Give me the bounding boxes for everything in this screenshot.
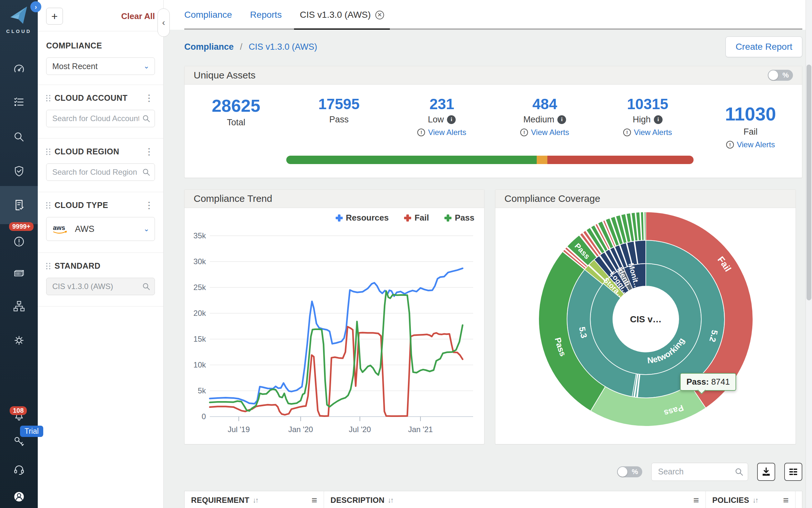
sidebar-item-dashboard[interactable] xyxy=(0,54,38,85)
sunburst-segment[interactable] xyxy=(644,212,646,240)
sidebar-item-inventory[interactable] xyxy=(0,87,38,118)
cloud-account-search-input[interactable] xyxy=(46,110,155,127)
sunburst-tooltip: Pass: 8741 xyxy=(680,373,736,391)
sidebar-item-profile[interactable] xyxy=(0,481,38,508)
trend-legend: ResourcesFailPass xyxy=(185,208,484,223)
stat-total: 28625Total xyxy=(185,96,288,149)
trend-title: Compliance Trend xyxy=(194,193,272,204)
view-alerts-text: View Alerts xyxy=(634,128,672,137)
stat-fail: 11030Fail!View Alerts xyxy=(699,103,802,149)
clear-all-filters-link[interactable]: Clear All xyxy=(121,11,155,21)
network-icon xyxy=(13,300,25,312)
download-icon xyxy=(761,467,771,477)
info-icon[interactable]: i xyxy=(654,115,663,124)
tab-compliance[interactable]: Compliance xyxy=(184,0,232,30)
search-icon xyxy=(734,467,744,476)
tab-cis-v1-3-0-aws-[interactable]: CIS v1.3.0 (AWS)✕ xyxy=(300,0,384,30)
app-window: › CLOUD xyxy=(0,0,812,508)
sort-icon[interactable]: ↓↑ xyxy=(253,496,258,504)
sidebar-item-support[interactable] xyxy=(0,454,38,485)
stat-label: Total xyxy=(185,118,288,128)
column-header-label[interactable]: POLICIES xyxy=(712,496,749,505)
column-menu-icon[interactable]: ≡ xyxy=(693,495,699,506)
add-filter-button[interactable]: + xyxy=(46,8,63,25)
svg-text:10k: 10k xyxy=(193,361,206,369)
view-alerts-link[interactable]: !View Alerts xyxy=(493,128,596,137)
toggle-percent-label: % xyxy=(632,468,638,476)
cloud-type-select[interactable]: aws AWS ⌄ xyxy=(46,217,155,241)
active-tab-underline xyxy=(294,29,390,30)
table-percent-toggle[interactable]: % xyxy=(617,466,642,477)
close-tab-icon[interactable]: ✕ xyxy=(375,11,384,19)
nav-rail: › CLOUD xyxy=(0,0,38,508)
scrollbar-thumb[interactable] xyxy=(807,65,811,300)
cloud-region-search-input[interactable] xyxy=(46,163,155,181)
table-search-input[interactable] xyxy=(651,463,748,481)
toggle-knob xyxy=(768,71,778,80)
cloud-type-section-label: CLOUD TYPE xyxy=(54,201,139,210)
drag-handle-icon[interactable] xyxy=(46,202,51,209)
percent-toggle[interactable]: % xyxy=(768,70,793,81)
cloud-region-menu-icon[interactable]: ⋮ xyxy=(143,149,155,155)
drag-handle-icon[interactable] xyxy=(46,95,51,101)
stat-label-text: Low xyxy=(428,115,444,125)
sort-select[interactable]: Most Recent ⌄ xyxy=(46,57,155,75)
tab-reports[interactable]: Reports xyxy=(250,0,282,30)
download-button[interactable] xyxy=(757,463,775,481)
info-icon[interactable]: i xyxy=(557,115,566,124)
cloud-type-menu-icon[interactable]: ⋮ xyxy=(143,202,155,209)
column-menu-icon[interactable]: ≡ xyxy=(312,495,317,506)
sidebar-item-settings[interactable] xyxy=(0,325,38,356)
view-alerts-link[interactable]: !View Alerts xyxy=(390,128,493,137)
svg-text:5k: 5k xyxy=(198,386,206,395)
sort-icon[interactable]: ↓↑ xyxy=(752,496,758,504)
page-scrollbar[interactable] xyxy=(806,0,812,508)
column-settings-button[interactable] xyxy=(784,463,802,481)
cloud-account-search xyxy=(46,110,155,127)
legend-item-resources[interactable]: Resources xyxy=(336,213,389,223)
compliance-coverage-card: Compliance Coverage NetworkingStora…Logg… xyxy=(495,189,796,444)
sort-icon[interactable]: ↓↑ xyxy=(388,496,393,504)
shield-check-icon xyxy=(13,165,25,177)
standard-search-input[interactable] xyxy=(46,278,155,295)
svg-text:25k: 25k xyxy=(193,283,206,292)
requirements-table: REQUIREMENT↓↑≡DESCRIPTION↓↑≡POLICIES↓↑≡ … xyxy=(184,491,802,508)
coverage-sunburst-chart[interactable]: NetworkingStora…Loggi…Identi…Monit…5.25.… xyxy=(495,208,796,444)
trial-badge: Trial xyxy=(20,426,43,437)
sidebar-item-policies[interactable] xyxy=(0,156,38,187)
bar-segment-2 xyxy=(547,156,694,164)
cloud-account-menu-icon[interactable]: ⋮ xyxy=(143,95,155,101)
legend-item-pass[interactable]: Pass xyxy=(444,213,474,223)
collapse-panel-button[interactable]: ‹ xyxy=(157,8,170,37)
view-alerts-link[interactable]: !View Alerts xyxy=(596,128,699,137)
sidebar-item-search[interactable] xyxy=(0,121,38,153)
notifications-count-badge: 108 xyxy=(10,406,27,415)
column-header-requirement: REQUIREMENT↓↑≡ xyxy=(185,491,324,508)
drag-handle-icon[interactable] xyxy=(46,263,51,269)
column-header-label[interactable]: REQUIREMENT xyxy=(191,496,249,505)
view-alerts-text: View Alerts xyxy=(531,128,569,137)
info-icon[interactable]: i xyxy=(447,115,456,124)
expand-rail-button[interactable]: › xyxy=(30,1,41,12)
column-header-label[interactable]: DESCRIPTION xyxy=(331,496,384,505)
alert-exclamation-icon: ! xyxy=(726,141,734,149)
column-menu-icon[interactable]: ≡ xyxy=(783,495,789,506)
table-search xyxy=(651,463,748,481)
breadcrumb-parent-link[interactable]: Compliance xyxy=(184,42,234,52)
legend-item-fail[interactable]: Fail xyxy=(404,213,429,223)
create-report-button[interactable]: Create Report xyxy=(725,37,802,57)
sidebar-item-compute[interactable] xyxy=(0,258,38,289)
breadcrumb-current-link[interactable]: CIS v1.3.0 (AWS) xyxy=(249,42,317,52)
cloud-type-value: AWS xyxy=(75,224,95,234)
toggle-knob xyxy=(618,467,627,477)
tab-label: Compliance xyxy=(184,10,232,20)
toggle-percent-label: % xyxy=(782,71,789,79)
bar-segment-0 xyxy=(286,156,537,164)
alert-exclamation-icon: ! xyxy=(623,129,631,136)
drag-handle-icon[interactable] xyxy=(46,149,51,155)
view-alerts-link[interactable]: !View Alerts xyxy=(699,140,802,149)
stat-label: Mediumi xyxy=(493,115,596,125)
columns-icon xyxy=(789,467,798,477)
sidebar-item-network[interactable] xyxy=(0,291,38,322)
sidebar-item-compliance[interactable] xyxy=(0,186,38,224)
